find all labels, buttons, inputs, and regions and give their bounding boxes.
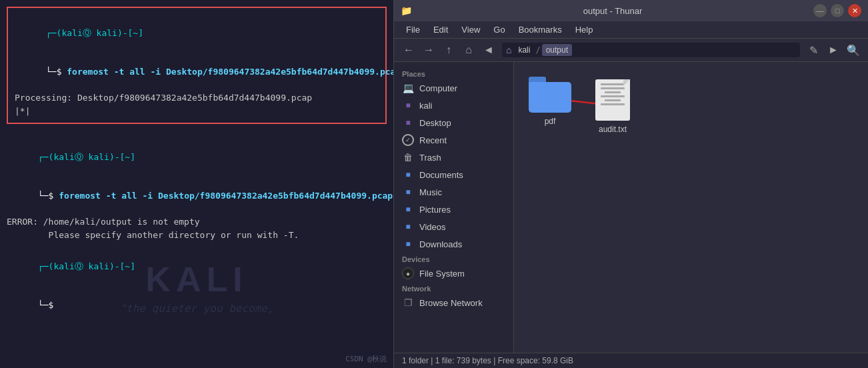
- breadcrumb-output[interactable]: output: [542, 44, 572, 56]
- network-icon: ❐: [402, 297, 414, 309]
- sidebar-item-pictures[interactable]: ■ Pictures: [394, 201, 513, 218]
- menu-view[interactable]: View: [455, 23, 487, 37]
- folder-body: [529, 82, 571, 113]
- forward-button[interactable]: →: [419, 41, 438, 59]
- sidebar-label-browse-network: Browse Network: [419, 298, 483, 308]
- file-manager-panel: 📁 output - Thunar ― □ ✕ File Edit View G…: [393, 0, 868, 368]
- breadcrumb-separator: /: [535, 45, 540, 55]
- sidebar-item-recent[interactable]: ✓ Recent: [394, 131, 513, 149]
- txt-icon-audit: [595, 79, 630, 121]
- fm-content: Places 💻 Computer ■ kali ■ Desktop ✓ Rec…: [394, 62, 868, 353]
- downloads-icon: ■: [402, 238, 414, 250]
- folder-icon-pdf: [529, 77, 571, 113]
- menu-edit[interactable]: Edit: [427, 23, 455, 37]
- terminal-prompt-2: ┌─(kaliⓆ kali)-[~]: [7, 137, 387, 177]
- terminal-panel: ┌─(kaliⓆ kali)-[~] └─$ foremost -t all -…: [0, 0, 393, 368]
- menu-bookmarks[interactable]: Bookmarks: [512, 23, 569, 37]
- sidebar-label-kali: kali: [419, 101, 433, 111]
- sidebar-item-trash[interactable]: 🗑 Trash: [394, 149, 513, 166]
- sidebar-item-kali[interactable]: ■ kali: [394, 97, 513, 114]
- sidebar-label-music: Music: [419, 187, 442, 197]
- menu-file[interactable]: File: [399, 23, 427, 37]
- home-button[interactable]: ⌂: [459, 41, 478, 59]
- kali-folder-icon: ■: [402, 99, 414, 111]
- fm-files-area: pdf audit.txt: [514, 62, 868, 353]
- terminal-cmd-1: └─$ foremost -t all -i Desktop/f98096473…: [15, 53, 379, 92]
- back-button[interactable]: ←: [399, 41, 418, 59]
- kali-logo-text: KALI: [13, 259, 380, 299]
- network-section-title: Network: [394, 282, 513, 294]
- terminal-error-1: ERROR: /home/kali/output is not empty: [7, 215, 387, 229]
- close-button[interactable]: ✕: [848, 4, 861, 17]
- fm-title: output - Thunar: [583, 6, 643, 16]
- sidebar-item-music[interactable]: ■ Music: [394, 183, 513, 201]
- kali-watermark: KALI "the quieter you become,: [13, 259, 380, 315]
- edit-location-button[interactable]: ✎: [804, 41, 823, 59]
- sidebar-item-browse-network[interactable]: ❐ Browse Network: [394, 294, 513, 311]
- kali-tagline: "the quieter you become,: [13, 302, 380, 315]
- devices-section-title: Devices: [394, 253, 513, 265]
- location-folder-icon: ⌂: [506, 45, 511, 55]
- breadcrumb: kali / output: [514, 44, 572, 56]
- desktop-folder-icon: ■: [402, 117, 414, 129]
- pictures-icon: ■: [402, 203, 414, 215]
- music-icon: ■: [402, 186, 414, 198]
- terminal-output-1: Processing: Desktop/f9809647382a42e5bfb6…: [15, 91, 379, 105]
- terminal-error-2: Please specify another directory or run …: [7, 229, 387, 242]
- next-location-button[interactable]: ►: [824, 41, 843, 59]
- sidebar-label-computer: Computer: [419, 83, 457, 93]
- sidebar-label-documents: Documents: [419, 170, 463, 180]
- sidebar-label-videos: Videos: [419, 222, 446, 232]
- trash-icon: 🗑: [402, 151, 414, 163]
- file-item-audit-txt[interactable]: audit.txt: [591, 75, 634, 138]
- fm-sidebar: Places 💻 Computer ■ kali ■ Desktop ✓ Rec…: [394, 62, 514, 353]
- files-grid: pdf audit.txt: [525, 73, 857, 138]
- search-button[interactable]: 🔍: [844, 41, 863, 59]
- terminal-cmd-2: └─$ foremost -t all -i Desktop/f98096473…: [7, 177, 387, 216]
- breadcrumb-kali[interactable]: kali: [514, 44, 534, 56]
- sidebar-item-documents[interactable]: ■ Documents: [394, 166, 513, 183]
- fm-titlebar: 📁 output - Thunar ― □ ✕: [394, 0, 868, 21]
- videos-icon: ■: [402, 221, 414, 233]
- prev-location-button[interactable]: ◄: [479, 41, 498, 59]
- sidebar-label-desktop: Desktop: [419, 118, 451, 128]
- file-item-pdf[interactable]: pdf: [525, 73, 575, 138]
- sidebar-label-recent: Recent: [419, 135, 447, 145]
- file-label-audit-txt: audit.txt: [599, 125, 627, 134]
- sidebar-item-desktop[interactable]: ■ Desktop: [394, 114, 513, 131]
- filesystem-icon: ●: [402, 267, 414, 279]
- sidebar-label-filesystem: File System: [419, 269, 465, 279]
- fm-toolbar: ← → ↑ ⌂ ◄ ⌂ kali / output ✎ ► 🔍: [394, 39, 868, 62]
- fm-menubar: File Edit View Go Bookmarks Help: [394, 21, 868, 39]
- minimize-button[interactable]: ―: [813, 4, 827, 17]
- menu-go[interactable]: Go: [487, 23, 511, 37]
- sidebar-item-videos[interactable]: ■ Videos: [394, 218, 513, 235]
- up-button[interactable]: ↑: [439, 41, 458, 59]
- fm-statusbar: 1 folder | 1 file: 739 bytes | Free spac…: [394, 353, 868, 368]
- location-bar: ⌂ kali / output: [502, 43, 800, 57]
- terminal-cmd1-box: ┌─(kaliⓆ kali)-[~] └─$ foremost -t all -…: [7, 7, 387, 124]
- sidebar-item-computer[interactable]: 💻 Computer: [394, 79, 513, 97]
- fm-folder-icon: 📁: [401, 5, 412, 16]
- file-label-pdf: pdf: [545, 117, 556, 126]
- file-corner: [623, 79, 630, 86]
- sidebar-item-filesystem[interactable]: ● File System: [394, 265, 513, 282]
- documents-icon: ■: [402, 169, 414, 181]
- recent-icon: ✓: [402, 134, 414, 146]
- terminal-output-2: |*|: [15, 105, 379, 118]
- csdn-watermark: CSDN @秋说: [345, 354, 387, 364]
- sidebar-label-downloads: Downloads: [419, 239, 462, 249]
- computer-icon: 💻: [402, 82, 414, 94]
- places-section-title: Places: [394, 67, 513, 79]
- terminal-prompt-1: ┌─(kaliⓆ kali)-[~]: [15, 13, 379, 53]
- maximize-button[interactable]: □: [831, 4, 844, 17]
- sidebar-item-downloads[interactable]: ■ Downloads: [394, 235, 513, 253]
- fm-win-controls: ― □ ✕: [813, 4, 861, 17]
- sidebar-label-trash: Trash: [419, 153, 441, 163]
- sidebar-label-pictures: Pictures: [419, 205, 451, 215]
- menu-help[interactable]: Help: [569, 23, 600, 37]
